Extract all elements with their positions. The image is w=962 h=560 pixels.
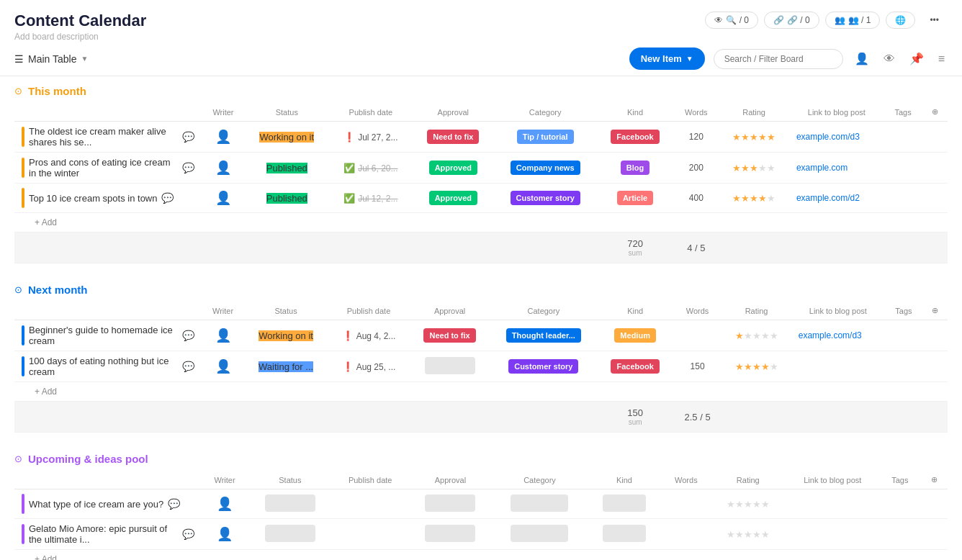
search-input[interactable]: [714, 49, 843, 69]
status-cell[interactable]: [248, 519, 332, 550]
new-item-button[interactable]: New Item ▼: [629, 48, 705, 70]
words-sum: 150 sum: [598, 402, 673, 433]
publish-date-cell[interactable]: [333, 489, 408, 519]
table-row: 100 days of eating nothing but ice cream…: [14, 351, 948, 382]
publish-date-cell[interactable]: ✅Jul 6, 20...: [329, 153, 413, 184]
kind-cell[interactable]: Blog: [597, 153, 674, 184]
category-cell[interactable]: Customer story: [490, 351, 597, 382]
eye-off-icon[interactable]: 👁: [881, 50, 898, 68]
share-btn[interactable]: 🔗 🔗 / 0: [764, 12, 819, 29]
rating-cell[interactable]: ★★★★★: [719, 184, 789, 213]
link-cell[interactable]: [791, 351, 885, 382]
comment-icon[interactable]: 💬: [182, 162, 194, 173]
publish-date-cell[interactable]: ❗Aug 25, ...: [328, 351, 410, 382]
add-row[interactable]: + Add: [14, 550, 948, 561]
col-add[interactable]: ⊕: [922, 103, 948, 122]
link-cell[interactable]: example.com/d3: [791, 320, 885, 351]
kind-cell[interactable]: Medium: [598, 320, 673, 351]
comment-icon[interactable]: 💬: [161, 192, 174, 204]
writer-cell[interactable]: 👤: [202, 122, 245, 153]
globe-btn[interactable]: 🌐: [886, 12, 915, 29]
approval-cell[interactable]: [408, 489, 493, 519]
add-row[interactable]: + Add: [14, 382, 948, 402]
col-status: Status: [248, 471, 332, 489]
group-toggle-this-month[interactable]: ⊙: [14, 86, 22, 96]
writer-cell[interactable]: 👤: [202, 519, 248, 550]
group-toggle-next-month[interactable]: ⊙: [14, 284, 22, 295]
publish-date-cell[interactable]: [333, 519, 408, 550]
col-item: [14, 103, 202, 122]
rating-cell[interactable]: ★★★★★: [711, 519, 786, 550]
link-cell[interactable]: [786, 489, 880, 519]
group-upcoming: ⊙ Upcoming & ideas pool Writer Status Pu…: [14, 444, 948, 560]
add-label[interactable]: + Add: [35, 387, 57, 397]
category-cell[interactable]: Tip / tutorial: [494, 122, 597, 153]
status-cell[interactable]: Working on it: [244, 320, 328, 351]
kind-cell[interactable]: Article: [597, 184, 674, 213]
item-name: What type of ice cream are you?: [29, 499, 163, 510]
writer-cell[interactable]: 👤: [202, 351, 244, 382]
publish-date-cell[interactable]: ✅Jul 12, 2...: [329, 184, 413, 213]
filter-icon[interactable]: ≡: [935, 50, 948, 68]
col-link: Link to blog post: [786, 471, 880, 489]
add-label[interactable]: + Add: [35, 554, 57, 560]
publish-date: Jul 12, 2...: [358, 194, 397, 204]
writer-cell[interactable]: 👤: [202, 320, 244, 351]
link-cell[interactable]: [786, 519, 880, 550]
status-cell[interactable]: Working on it: [245, 122, 329, 153]
link-cell[interactable]: example.com/d2: [789, 184, 884, 213]
group-toggle-upcoming[interactable]: ⊙: [14, 453, 22, 464]
kind-cell[interactable]: Facebook: [597, 122, 674, 153]
publish-date-cell[interactable]: ❗Jul 27, 2...: [329, 122, 413, 153]
kind-cell[interactable]: [587, 489, 662, 519]
category-cell[interactable]: Thought leader...: [490, 320, 597, 351]
link-cell[interactable]: example.com: [789, 153, 884, 184]
tags-cell: [880, 519, 920, 550]
approval-cell[interactable]: Approved: [413, 153, 494, 184]
more-btn[interactable]: •••: [921, 12, 948, 28]
category-cell[interactable]: [493, 489, 587, 519]
add-label[interactable]: + Add: [35, 217, 57, 227]
main-table-button[interactable]: ☰ Main Table ▼: [14, 53, 88, 65]
item-name: The oldest ice cream maker alive shares …: [29, 126, 178, 148]
rating-cell[interactable]: ★★★★★: [722, 320, 791, 351]
status-cell[interactable]: Published: [245, 184, 329, 213]
comment-icon[interactable]: 💬: [182, 330, 194, 341]
writer-cell[interactable]: 👤: [202, 184, 245, 213]
category-cell[interactable]: Company news: [494, 153, 597, 184]
rating-cell[interactable]: ★★★★★: [711, 489, 786, 519]
rating-cell[interactable]: ★★★★★: [722, 351, 791, 382]
approval-cell[interactable]: [408, 519, 493, 550]
comment-icon[interactable]: 💬: [182, 528, 194, 540]
publish-date-cell[interactable]: ❗Aug 4, 2...: [328, 320, 410, 351]
approval-cell[interactable]: Approved: [413, 184, 494, 213]
kind-badge: Facebook: [611, 359, 659, 374]
users-btn[interactable]: 👥 👥 / 1: [825, 12, 881, 29]
comment-icon[interactable]: 💬: [182, 131, 194, 143]
status-cell[interactable]: [248, 489, 332, 519]
approval-cell[interactable]: Need to fix: [410, 320, 490, 351]
kind-cell[interactable]: [587, 519, 662, 550]
link-cell[interactable]: example.com/d3: [789, 122, 884, 153]
status-cell[interactable]: Published: [245, 153, 329, 184]
eye-btn[interactable]: 👁 🔍 / 0: [705, 12, 758, 29]
add-row[interactable]: + Add: [14, 213, 948, 232]
writer-cell[interactable]: 👤: [202, 153, 245, 184]
category-cell[interactable]: [493, 519, 587, 550]
person-icon[interactable]: 👤: [852, 49, 872, 68]
rating-cell[interactable]: ★★★★★: [719, 122, 789, 153]
col-item: [14, 302, 202, 320]
writer-cell[interactable]: 👤: [202, 489, 248, 519]
approval-cell[interactable]: Need to fix: [413, 122, 494, 153]
kind-cell[interactable]: Facebook: [598, 351, 673, 382]
comment-icon[interactable]: 💬: [168, 498, 180, 510]
col-add[interactable]: ⊕: [920, 471, 948, 489]
pin-icon[interactable]: 📌: [907, 49, 927, 68]
approval-cell[interactable]: [410, 351, 490, 382]
category-cell[interactable]: Customer story: [494, 184, 597, 213]
comment-icon[interactable]: 💬: [182, 361, 194, 372]
status-cell[interactable]: Waiting for ...: [244, 351, 328, 382]
rating-cell[interactable]: ★★★★★: [719, 153, 789, 184]
col-add[interactable]: ⊕: [922, 302, 948, 320]
col-tags: Tags: [885, 302, 922, 320]
